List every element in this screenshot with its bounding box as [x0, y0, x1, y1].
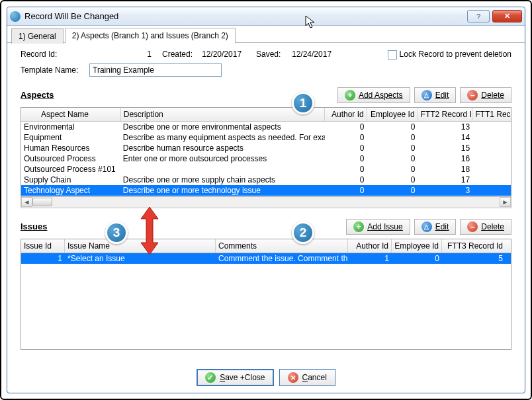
window-title: Record Will Be Changed [24, 11, 465, 21]
record-id-value: 1 [89, 50, 155, 59]
cursor-icon [305, 15, 316, 30]
template-name-label: Template Name: [21, 65, 83, 75]
table-row[interactable]: 1*Select an IssueCommment the issue. Com… [21, 253, 511, 264]
created-value: 12/20/2017 [202, 50, 249, 59]
delete-icon [467, 90, 478, 100]
table-row[interactable]: Technology AspectDescribe one or more te… [21, 185, 511, 196]
lock-record-checkbox[interactable]: Lock Record to prevent deletion [388, 50, 511, 60]
tab-general[interactable]: 1) General [11, 28, 64, 44]
created-label: Created: [162, 50, 195, 59]
record-id-label: Record Id: [21, 50, 83, 59]
scroll-left-icon[interactable]: ◄ [21, 197, 32, 207]
aspects-grid[interactable]: Aspect Name Description Author Id Employ… [21, 107, 511, 197]
col-author-id[interactable]: Author Id [348, 239, 392, 253]
issues-title: Issues [21, 221, 47, 231]
col-aspect-name[interactable]: Aspect Name [21, 108, 121, 121]
double-arrow-icon [140, 207, 159, 255]
col-comments[interactable]: Comments [216, 239, 348, 253]
issues-grid[interactable]: Issue Id Issue Name Comments Author Id E… [21, 239, 511, 350]
template-name-input[interactable] [89, 63, 222, 77]
table-row[interactable]: Outsourced Process #1010018 [21, 164, 511, 175]
callout-3: 3 [105, 221, 128, 244]
add-aspects-button[interactable]: Add Aspects [337, 87, 410, 103]
check-icon [205, 372, 216, 383]
cancel-button[interactable]: Cancel [279, 369, 335, 386]
table-row[interactable]: EquipmentDescribe as many equipment aspe… [21, 132, 511, 143]
delete-icon [467, 221, 478, 232]
issues-grid-header: Issue Id Issue Name Comments Author Id E… [21, 239, 511, 253]
scroll-thumb[interactable] [32, 198, 52, 206]
aspects-title: Aspects [21, 90, 54, 100]
lock-record-label: Lock Record to prevent deletion [400, 50, 511, 59]
add-issue-button[interactable]: Add Issue [346, 219, 410, 235]
callout-1: 1 [292, 92, 314, 114]
col-employee-id[interactable]: Employee Id [367, 108, 418, 121]
saved-value: 12/24/2017 [292, 50, 339, 59]
aspects-grid-header: Aspect Name Description Author Id Employ… [21, 108, 511, 122]
table-row[interactable]: EnvironmentalDescribe one or more enviro… [21, 122, 511, 132]
cancel-icon [288, 372, 298, 383]
edit-issue-button[interactable]: Edit [414, 219, 457, 235]
col-issue-id[interactable]: Issue Id [21, 239, 65, 253]
plus-icon [353, 221, 364, 232]
col-ftt3[interactable]: FTT3 Record Id [442, 239, 506, 253]
table-row[interactable]: Human ResourcesDescribe human resource a… [21, 143, 511, 153]
plus-icon [345, 90, 355, 100]
col-ftt2[interactable]: FTT2 Record Id [418, 108, 473, 121]
col-author-id[interactable]: Author Id [325, 108, 367, 121]
save-close-button[interactable]: Save +Close [197, 369, 273, 386]
delete-issue-button[interactable]: Delete [460, 219, 511, 235]
app-icon [10, 11, 21, 22]
col-employee-id[interactable]: Employee Id [392, 239, 442, 253]
tab-aspects-issues[interactable]: 2) Aspects (Branch 1) and Issues (Branch… [65, 28, 236, 44]
help-button[interactable]: ? [467, 10, 490, 22]
tabstrip: 1) General 2) Aspects (Branch 1) and Iss… [7, 26, 525, 43]
saved-label: Saved: [256, 50, 285, 59]
titlebar: Record Will Be Changed ? ✕ [7, 7, 525, 26]
aspects-hscrollbar[interactable]: ◄ ► [21, 197, 511, 208]
table-row[interactable]: Outsourced ProcessEnter one or more outs… [21, 153, 511, 164]
callout-2: 2 [292, 221, 314, 244]
edit-icon [421, 221, 432, 232]
table-row[interactable]: Supply ChainDescribe one or more supply … [21, 175, 511, 185]
edit-aspect-button[interactable]: Edit [414, 87, 457, 103]
svg-marker-0 [141, 207, 158, 255]
delete-aspect-button[interactable]: Delete [460, 87, 511, 103]
checkbox-icon [388, 50, 397, 60]
col-ftt1[interactable]: FTT1 Rec [472, 108, 511, 121]
close-button[interactable]: ✕ [492, 10, 522, 22]
edit-icon [421, 90, 432, 100]
scroll-right-icon[interactable]: ► [500, 197, 511, 207]
